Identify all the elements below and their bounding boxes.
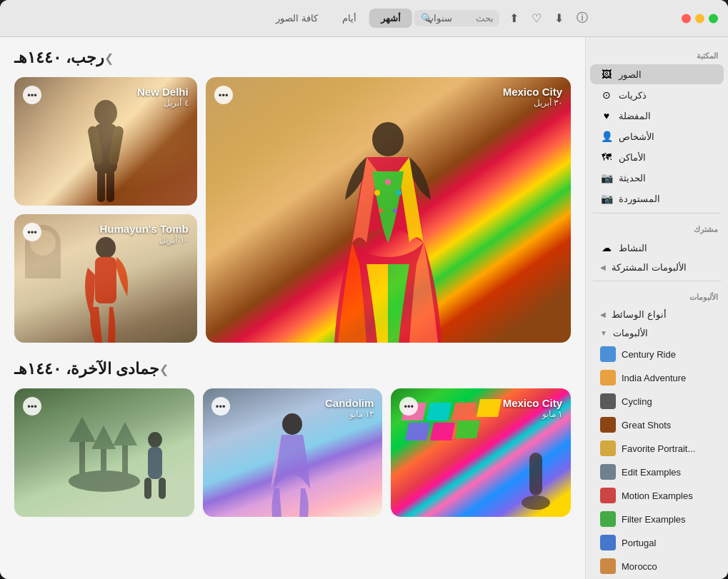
sidebar-section-library-label: المكتبة [586, 44, 728, 64]
content-area: ❯ رجب، ١٤٤٠هـ [0, 37, 585, 579]
favorite-button[interactable]: ♡ [529, 9, 544, 28]
photo-title-group-humayun: Humayun's Tomb ١٠ أبريل [100, 223, 189, 245]
sidebar-item-favorites[interactable]: المفضلة ♥ [590, 106, 724, 126]
tab-months[interactable]: أشهر [369, 9, 412, 28]
photo-card-candolim[interactable]: Candolim ١٣ مايو ••• [203, 388, 383, 517]
svg-rect-3 [107, 126, 124, 166]
sidebar-item-motion-examples[interactable]: Motion Examples [590, 484, 724, 507]
photo-card-mexico-bottom[interactable]: Mexico City ١ مايو ••• [391, 388, 571, 517]
sidebar-item-shared-albums[interactable]: الألبومات المشتركة ◀ [590, 258, 724, 276]
sidebar-item-portugal[interactable]: Portugal [590, 531, 724, 554]
photo-more-btn-new-delhi[interactable]: ••• [23, 86, 41, 104]
sidebar-item-great-shots[interactable]: Great Shots [590, 413, 724, 436]
share-button[interactable]: ⬆ [507, 9, 522, 28]
sidebar-item-recent[interactable]: الحديثة 📷 [590, 168, 724, 188]
photo-card-mexico-city-main[interactable]: Mexico City ٣٠ أبريل ••• [206, 77, 571, 343]
svg-rect-19 [79, 438, 85, 481]
album-thumb-filter [600, 511, 616, 527]
album-thumb-motion [600, 488, 616, 503]
photo-more-btn-humayun[interactable]: ••• [23, 223, 41, 241]
album-thumb-portugal [600, 535, 616, 550]
photo-label-candolim: Candolim ١٣ مايو ••• [211, 397, 374, 419]
svg-marker-22 [91, 426, 116, 449]
photo-more-btn-mexico-bottom[interactable]: ••• [399, 397, 418, 416]
section-jumada-title: جمادى الآخرة، ١٤٤٠هـ [14, 360, 159, 378]
tab-years[interactable]: سنوات [414, 9, 464, 28]
photo-label-foggy: ••• [23, 397, 186, 416]
album-thumb-century-ride [600, 346, 616, 362]
svg-marker-24 [113, 422, 137, 445]
svg-rect-27 [144, 478, 151, 499]
svg-rect-37 [529, 453, 542, 495]
sidebar-item-favorite-portrait[interactable]: ...Favorite Portrait [590, 437, 724, 460]
sidebar-item-photos[interactable]: الصور 🖼 [590, 64, 724, 84]
export-button[interactable]: ⬇ [552, 9, 567, 28]
photo-more-btn-mexico-city[interactable]: ••• [214, 86, 233, 104]
svg-rect-23 [122, 442, 128, 481]
chevron-icon-2: ❯ [159, 363, 169, 376]
photo-date-candolim: ١٣ مايو [325, 409, 374, 419]
photo-title-group-mexico-bottom: Mexico City ١ مايو [503, 397, 562, 419]
minimize-button[interactable] [695, 14, 704, 23]
sidebar-item-memories[interactable]: ذكريات ⊙ [590, 85, 724, 105]
sidebar-memories-label: ذكريات [619, 90, 647, 101]
recent-icon: 📷 [600, 171, 613, 184]
svg-marker-34 [405, 423, 430, 440]
tab-bar: كافة الصور أيام أشهر سنوات [264, 9, 464, 28]
sidebar-filter-examples-label: Filter Examples [622, 514, 686, 525]
info-button[interactable]: ⓘ [574, 8, 591, 29]
sidebar-item-filter-examples[interactable]: Filter Examples [590, 508, 724, 530]
sidebar-item-cycling[interactable]: Cycling [590, 390, 724, 413]
favorites-icon: ♥ [600, 109, 613, 122]
photo-bg-mexico-city [206, 77, 571, 343]
titlebar: 🔍 ⬆ ♡ ⬇ ⓘ كافة الصور أيام أشهر سنوات [0, 0, 728, 37]
traffic-lights [682, 14, 718, 23]
svg-rect-4 [97, 170, 105, 202]
sidebar-item-india-adventure[interactable]: India Adventure [590, 366, 724, 389]
tab-all-photos[interactable]: كافة الصور [264, 9, 329, 28]
albums-disclosure: ▼ [600, 329, 607, 337]
sidebar-recent-label: الحديثة [619, 173, 646, 183]
sidebar-item-media-types[interactable]: أنواع الوسائط ◀ [590, 306, 724, 323]
svg-point-38 [522, 495, 550, 510]
sidebar-item-edit-examples[interactable]: Edit Examples [590, 460, 724, 483]
photo-title-group-mexico: Mexico City ٣٠ أبريل [503, 86, 562, 108]
sidebar-item-century-ride[interactable]: Century Ride [590, 343, 724, 366]
photo-card-foggy[interactable]: ••• [14, 388, 194, 517]
section-rajab-title: رجب، ١٤٤٠هـ [14, 49, 104, 67]
sidebar-item-people[interactable]: الأشخاص 👤 [590, 126, 724, 146]
maximize-button[interactable] [709, 14, 718, 23]
photo-card-humayun[interactable]: Humayun's Tomb ١٠ أبريل ••• [14, 214, 197, 343]
photo-date-new-delhi: ٤ أبريل [137, 98, 189, 108]
album-thumb-great-shots [600, 417, 616, 433]
sidebar-item-activity[interactable]: النشاط ☁ [590, 238, 724, 258]
activity-icon: ☁ [600, 241, 613, 254]
sidebar-item-places[interactable]: الأماكن 🗺 [590, 147, 724, 167]
photo-card-new-delhi[interactable]: New Delhi ٤ أبريل ••• [14, 77, 197, 206]
photo-more-btn-candolim[interactable]: ••• [211, 397, 230, 416]
sidebar-shared-albums-label: الألبومات المشتركة [612, 262, 687, 273]
sidebar-people-label: الأشخاص [619, 131, 654, 142]
close-button[interactable] [682, 14, 691, 23]
tab-days[interactable]: أيام [331, 9, 368, 28]
sidebar-century-ride-label: Century Ride [622, 349, 676, 360]
photo-title-group-new-delhi: New Delhi ٤ أبريل [137, 86, 189, 108]
sidebar-item-albums-folder[interactable]: الألبومات ▼ [590, 324, 724, 342]
sidebar: المكتبة الصور 🖼 ذكريات ⊙ المفضلة ♥ الأشخ… [585, 37, 728, 579]
svg-marker-36 [455, 421, 480, 438]
svg-rect-26 [148, 447, 162, 479]
sidebar-favorite-portrait-label: ...Favorite Portrait [622, 443, 695, 454]
sidebar-albums-folder-label: الألبومات [613, 328, 648, 338]
photo-title-group-candolim: Candolim ١٣ مايو [325, 397, 374, 419]
sidebar-photos-label: الصور [619, 69, 642, 80]
sidebar-india-adventure-label: India Adventure [622, 373, 686, 383]
shared-albums-disclosure: ◀ [600, 263, 606, 271]
sidebar-item-morocco[interactable]: Morocco [590, 555, 724, 578]
sidebar-great-shots-label: Great Shots [622, 420, 671, 431]
sidebar-places-label: الأماكن [619, 152, 646, 163]
memories-icon: ⊙ [600, 89, 613, 101]
svg-point-12 [372, 122, 404, 156]
sidebar-section-albums-label: الألبومات [586, 286, 728, 305]
photo-more-btn-foggy[interactable]: ••• [23, 397, 41, 416]
sidebar-item-imports[interactable]: المستوردة 📷 [590, 188, 724, 208]
